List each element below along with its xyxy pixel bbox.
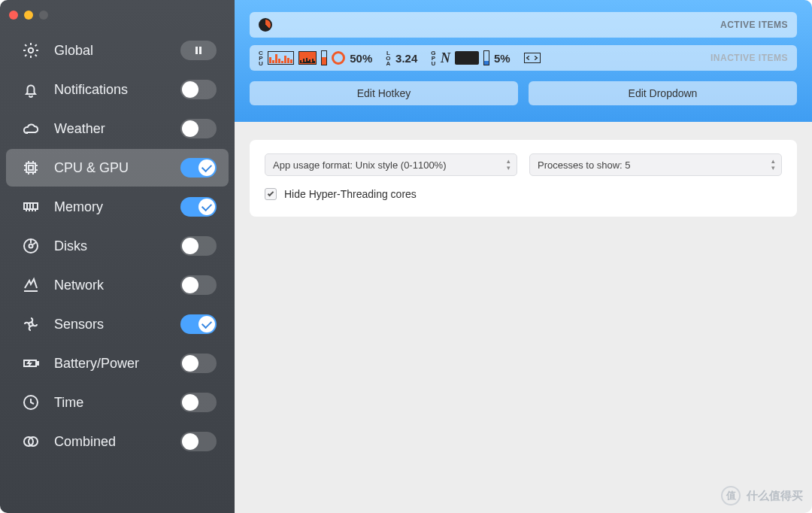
watermark: 值 什么值得买	[721, 486, 803, 505]
toggle-memory[interactable]	[180, 197, 217, 217]
content-area: App usage format: Unix style (0-1100%) ▴…	[235, 122, 812, 235]
load-label-icon: LOA	[386, 50, 391, 66]
ring-gauge-icon	[332, 51, 345, 65]
sidebar-label: Disks	[54, 238, 167, 254]
sidebar-label: Network	[54, 278, 167, 293]
settings-panel: App usage format: Unix style (0-1100%) ▴…	[250, 140, 797, 217]
toggle-notifications[interactable]	[180, 80, 217, 99]
toggle-battery[interactable]	[180, 354, 217, 373]
load-group[interactable]: LOA 3.24	[386, 50, 417, 66]
cpu-group[interactable]: CPU 50%	[259, 50, 372, 66]
pause-button[interactable]	[180, 41, 217, 60]
vertical-gauge-icon	[321, 50, 327, 65]
sidebar-label: Combined	[54, 434, 167, 450]
sidebar: Global Notifications Weather	[0, 0, 235, 513]
svg-point-8	[29, 323, 33, 326]
toggle-sensors[interactable]	[180, 314, 217, 334]
toggle-disks[interactable]	[180, 236, 217, 256]
toggle-time[interactable]	[180, 393, 217, 412]
svg-rect-4	[29, 165, 33, 170]
edit-hotkey-button[interactable]: Edit Hotkey	[250, 81, 518, 105]
sidebar-item-combined[interactable]: Combined	[6, 423, 229, 460]
inactive-items-bar[interactable]: CPU 50% LOA 3.24 GPU	[250, 45, 797, 71]
load-value: 3.24	[395, 52, 417, 65]
sidebar-label: Weather	[54, 121, 167, 137]
cpu-label-icon: CPU	[259, 50, 263, 66]
gpu-group[interactable]: GPU N 5%	[431, 50, 510, 66]
arrows-icon	[524, 53, 541, 63]
gpu-percent: 5%	[494, 52, 511, 65]
close-window-button[interactable]	[9, 11, 18, 20]
select-value: Processes to show: 5	[538, 159, 631, 171]
sidebar-label: Global	[54, 43, 167, 59]
rings-icon	[21, 432, 41, 451]
pie-gauge-icon[interactable]	[259, 18, 272, 32]
select-value: App usage format: Unix style (0-1100%)	[273, 159, 447, 171]
processes-to-show-select[interactable]: Processes to show: 5 ▴▾	[529, 153, 782, 176]
chevron-updown-icon: ▴▾	[771, 158, 775, 172]
hide-ht-row: Hide Hyper-Threading cores	[265, 188, 782, 200]
sidebar-label: CPU & GPU	[54, 160, 167, 176]
window-controls	[0, 6, 235, 30]
main-pane: ACTIVE ITEMS CPU 50% LOA	[235, 0, 812, 513]
svg-rect-1	[195, 47, 198, 54]
sidebar-label: Time	[54, 395, 167, 411]
sidebar-item-global[interactable]: Global	[6, 32, 229, 69]
active-items-label: ACTIVE ITEMS	[720, 20, 788, 30]
hide-ht-label: Hide Hyper-Threading cores	[284, 188, 417, 200]
battery-icon	[21, 354, 41, 373]
gpu-label-icon: GPU	[431, 50, 436, 66]
minimize-window-button[interactable]	[24, 11, 33, 20]
clock-icon	[21, 393, 41, 412]
chevron-updown-icon: ▴▾	[507, 158, 511, 172]
edit-dropdown-button[interactable]: Edit Dropdown	[529, 81, 797, 105]
solid-block-icon	[455, 51, 479, 65]
sidebar-item-time[interactable]: Time	[6, 384, 229, 421]
app-usage-format-select[interactable]: App usage format: Unix style (0-1100%) ▴…	[265, 153, 517, 176]
inactive-items-label: INACTIVE ITEMS	[710, 53, 788, 63]
sidebar-label: Memory	[54, 199, 167, 215]
sidebar-item-disks[interactable]: Disks	[6, 227, 229, 265]
vertical-gauge-icon	[483, 50, 489, 65]
toggle-weather[interactable]	[180, 119, 217, 138]
sidebar-item-network[interactable]: Network	[6, 266, 229, 304]
sidebar-item-battery[interactable]: Battery/Power	[6, 345, 229, 382]
gpu-n-icon: N	[441, 50, 450, 66]
sidebar-label: Sensors	[54, 317, 167, 332]
fan-icon	[21, 314, 41, 334]
sidebar-item-sensors[interactable]: Sensors	[6, 305, 229, 343]
watermark-badge-icon: 值	[721, 486, 741, 505]
toggle-cpu-gpu[interactable]	[180, 158, 217, 178]
bell-icon	[21, 80, 41, 99]
toggle-combined[interactable]	[180, 432, 217, 451]
sidebar-label: Notifications	[54, 82, 167, 98]
arrows-group[interactable]	[524, 53, 541, 63]
gear-icon	[21, 41, 41, 60]
svg-point-0	[29, 48, 33, 53]
cpu-percent: 50%	[350, 52, 372, 65]
svg-rect-2	[199, 47, 201, 54]
sidebar-label: Battery/Power	[54, 356, 167, 372]
sidebar-item-weather[interactable]: Weather	[6, 110, 229, 147]
svg-rect-3	[26, 163, 35, 172]
flame-chart-icon	[298, 51, 317, 65]
toggle-network[interactable]	[180, 275, 217, 295]
svg-rect-10	[37, 362, 38, 365]
cloud-icon	[21, 119, 41, 138]
sidebar-item-memory[interactable]: Memory	[6, 188, 229, 226]
chip-icon	[21, 158, 41, 178]
bar-chart-icon	[268, 51, 294, 65]
network-icon	[21, 275, 41, 295]
hide-ht-checkbox[interactable]	[265, 188, 277, 200]
disk-icon	[21, 236, 41, 256]
svg-point-7	[29, 244, 33, 248]
watermark-text: 什么值得买	[747, 489, 803, 503]
sidebar-item-cpu-gpu[interactable]: CPU & GPU	[6, 149, 229, 187]
active-items-bar[interactable]: ACTIVE ITEMS	[250, 12, 797, 38]
memory-icon	[21, 197, 41, 217]
sidebar-item-notifications[interactable]: Notifications	[6, 71, 229, 108]
zoom-window-button[interactable]	[39, 11, 48, 20]
header: ACTIVE ITEMS CPU 50% LOA	[235, 0, 812, 122]
